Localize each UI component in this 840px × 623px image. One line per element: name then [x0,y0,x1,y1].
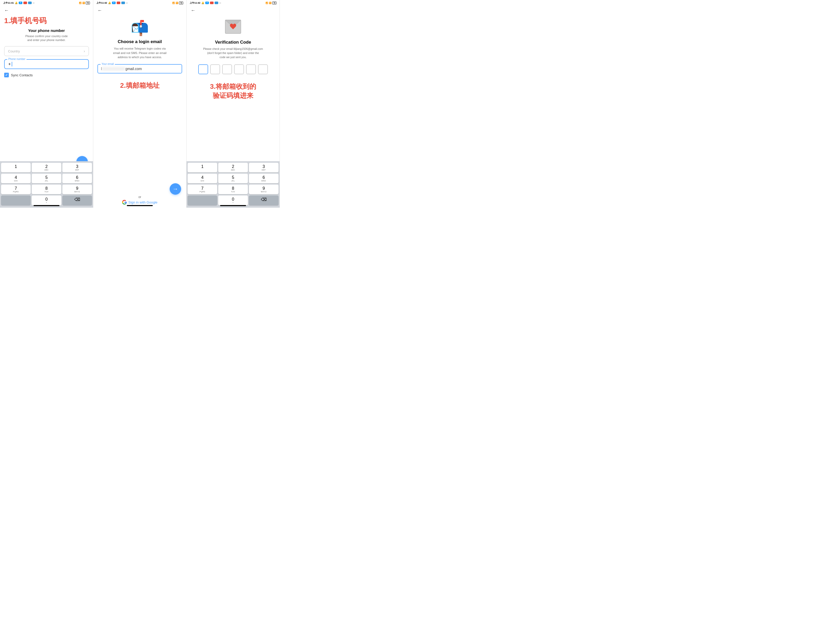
status-time-3: 上午11:42 🔔 T ··· [190,1,221,5]
wifi-icon-2: 🛜 [175,2,178,4]
key-3-6[interactable]: 6MNO [249,173,278,183]
key-0[interactable]: 0+ [32,195,61,205]
keyboard-3: 1 2ABC 3DEF 4GHI 5JKL 6MNO 7PQRS 8TUV 9W… [186,161,280,208]
phone-number-input-wrap[interactable]: Phone number + [4,59,89,69]
key-3-1[interactable]: 1 [188,163,217,172]
key-empty [1,195,31,205]
chevron-right-icon: › [84,49,85,53]
key-3-2[interactable]: 2ABC [218,163,248,172]
key-row-4: 0+ ⌫ [1,195,92,205]
telegram-icon-3: T [205,2,209,4]
google-signin-button[interactable]: Sign in with Google [122,200,157,204]
google-icon [122,200,127,204]
signal-icon: 📶 [79,2,82,4]
status-bar-3: 上午11:42 🔔 T ··· 📶 🛜 76 [186,0,280,6]
step1-annotation: 1.填手机号码 [0,14,93,28]
key-3-5[interactable]: 5JKL [218,173,248,183]
email-blurred [102,67,125,71]
or-divider: or [138,195,142,199]
more-dots: ··· [33,2,35,4]
status-indicators-3: 📶 🛜 76 [266,2,277,5]
key-8[interactable]: 8TUV [32,184,61,194]
alarm-icon-2: 🔔 [108,2,111,4]
code-box-6[interactable] [258,64,268,74]
signal-icon-2: 📶 [172,2,175,4]
back-button-2[interactable]: ← [97,8,102,13]
email-value: l gmail.com [101,67,178,71]
key-4[interactable]: 4GHI [1,173,31,183]
key-1[interactable]: 1 [1,163,31,172]
key-3-4[interactable]: 4GHI [188,173,217,183]
back-button-1[interactable]: ← [4,8,9,13]
country-selector[interactable]: Country › [4,46,89,56]
key-2[interactable]: 2ABC [32,163,61,172]
app-icon-2 [28,2,32,4]
envelope-heart-svg [225,20,242,34]
email-screen-title: Choose a login email [93,39,186,44]
key-5[interactable]: 5JKL [32,173,61,183]
key-3-7[interactable]: 7PQRS [188,184,217,194]
phone-prefix: + [8,62,11,66]
phone-number-section: Your phone number Please confirm your co… [0,28,93,73]
battery-icon-3: 76 [272,2,277,5]
app-icon-6 [215,2,218,4]
key-row-3-1: 1 2ABC 3DEF [188,163,278,172]
screen-phone-number: 上午11:41 🔔 T ··· 📶 🛜 76 ← 1.填手机号码 Your ph… [0,0,93,208]
key-3-backspace[interactable]: ⌫ [249,195,278,205]
key-3-0[interactable]: 0+ [218,195,248,205]
email-suffix: gmail.com [125,67,142,71]
wifi-icon: 🛜 [82,2,85,4]
key-row-3-3: 7PQRS 8TUV 9WXYZ [188,184,278,194]
status-bar-1: 上午11:41 🔔 T ··· 📶 🛜 76 [0,0,93,6]
telegram-icon-2: T [112,2,115,4]
status-indicators-2: 📶 🛜 76 [172,2,183,5]
key-9[interactable]: 9WXYZ [62,184,92,194]
key-backspace[interactable]: ⌫ [62,195,92,205]
phone-field-label: Phone number [7,58,26,60]
email-input-wrap[interactable]: Your email l gmail.com [97,64,182,74]
telegram-icon: T [19,2,22,4]
key-3[interactable]: 3DEF [62,163,92,172]
step3-annotation: 3.将邮箱收到的验证码填进来 [186,80,280,100]
app-icon-5 [210,2,214,4]
sync-checkbox[interactable] [4,73,9,77]
code-box-1[interactable] [198,64,208,74]
love-letter-icon [186,14,280,40]
alarm-icon-3: 🔔 [202,2,204,4]
mailbox-icon: 📬 [93,14,186,39]
phone-input-row: + [8,62,85,66]
code-box-5[interactable] [246,64,256,74]
nav-bar-1: ← [0,6,93,14]
key-3-9[interactable]: 9WXYZ [249,184,278,194]
key-row-3-2: 4GHI 5JKL 6MNO [188,173,278,183]
verification-title: Verification Code [186,40,280,45]
screen-verification: 上午11:42 🔔 T ··· 📶 🛜 76 ← Verification Co… [186,0,280,208]
keyboard-1: 1 2ABC 3DEF 4GHI 5JKL 6MNO 7PQRS 8TUV 9W… [0,161,93,208]
key-7[interactable]: 7PQRS [1,184,31,194]
country-placeholder: Country [8,49,20,53]
code-box-2[interactable] [210,64,220,74]
back-button-3[interactable]: ← [191,8,195,13]
code-box-3[interactable] [222,64,232,74]
email-field-label: Your email [100,63,115,65]
status-time-1: 上午11:41 🔔 T ··· [3,1,35,5]
key-3-8[interactable]: 8TUV [218,184,248,194]
email-screen-desc: You will receive Telegram login codes vi… [93,46,186,60]
phone-subtext: Please confirm your country codeand ente… [4,34,89,42]
key-3-3[interactable]: 3DEF [249,163,278,172]
google-text: Sign in with Google [128,200,157,204]
key-row-3-4: 0+ ⌫ [188,195,278,205]
verification-desc: Please check your email lilijiang1506@gm… [186,47,280,59]
code-box-4[interactable] [234,64,244,74]
screen-login-email: 上午11:42 🔔 T ··· 📶 🛜 76 ← 📬 Choose a logi… [93,0,186,208]
home-indicator-2 [127,205,153,206]
key-6[interactable]: 6MNO [62,173,92,183]
wifi-icon-3: 🛜 [269,2,272,4]
nav-bar-3: ← [186,6,280,14]
next-button-2[interactable]: → [170,183,181,195]
key-row-2: 4GHI 5JKL 6MNO [1,173,92,183]
status-indicators-1: 📶 🛜 76 [79,2,90,5]
google-signin-area: or Sign in with Google [93,195,186,204]
sync-contacts-row[interactable]: Sync Contacts [0,73,93,77]
home-indicator-3 [220,205,246,206]
